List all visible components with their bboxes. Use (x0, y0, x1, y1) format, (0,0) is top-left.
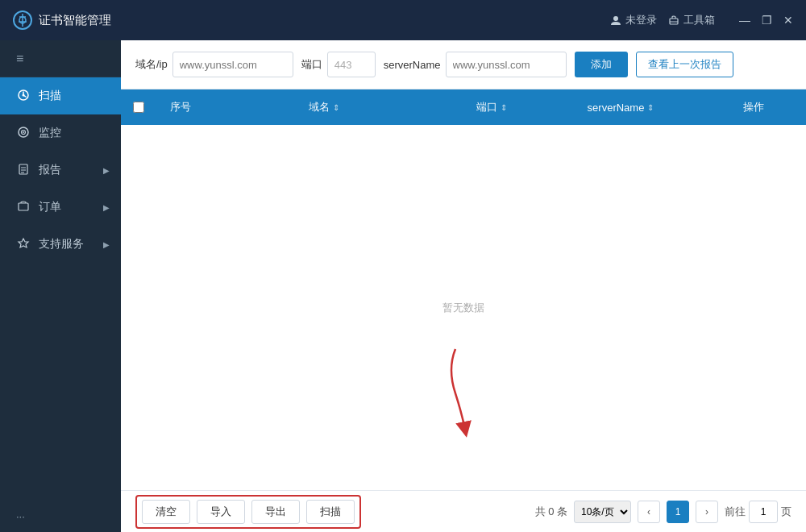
prev-page-button[interactable]: ‹ (638, 501, 660, 523)
sidebar-item-scan-label: 扫描 (39, 89, 61, 103)
bottom-buttons-group: 清空 导入 导出 扫描 (135, 495, 361, 529)
sidebar: ≡ 扫描 监控 报告 ▶ 订单 ▶ (0, 40, 121, 532)
right-controls: 未登录 工具箱 — ❐ ✕ (610, 13, 793, 27)
view-report-button[interactable]: 查看上一次报告 (636, 52, 733, 77)
goto-label: 前往 (725, 505, 746, 519)
sidebar-item-monitor[interactable]: 监控 (0, 114, 121, 152)
app-title: 证书智能管理 (39, 13, 111, 28)
domain-label: 域名/ip (135, 57, 168, 72)
toolbox-icon (668, 15, 679, 26)
header-checkbox-cell[interactable] (121, 102, 156, 113)
arrow-down-icon (431, 345, 496, 442)
scan-icon (16, 89, 31, 104)
th-port[interactable]: 端口 ⇕ (443, 100, 540, 114)
goto-input[interactable] (749, 501, 778, 523)
main-layout: ≡ 扫描 监控 报告 ▶ 订单 ▶ (0, 40, 806, 532)
svg-rect-14 (19, 203, 28, 210)
user-icon (610, 15, 621, 26)
next-page-button[interactable]: › (696, 501, 718, 523)
content-area: 域名/ip 端口 serverName 添加 查看上一次报告 (121, 40, 806, 532)
minimize-button[interactable]: — (739, 15, 750, 26)
server-label: serverName (384, 59, 441, 71)
page-size-select[interactable]: 10条/页 20条/页 50条/页 (574, 501, 631, 523)
close-button[interactable]: ✕ (783, 15, 793, 26)
order-icon (16, 200, 31, 215)
import-button[interactable]: 导入 (197, 500, 245, 524)
svg-point-6 (23, 94, 25, 96)
report-icon (16, 163, 31, 178)
port-field-group: 端口 (301, 52, 376, 77)
select-all-checkbox[interactable] (133, 102, 144, 113)
th-seq: 序号 (156, 100, 205, 114)
arrow-annotation (431, 345, 496, 442)
th-domain[interactable]: 域名 ⇕ (205, 100, 443, 114)
domain-sort-icon: ⇕ (333, 103, 339, 112)
sidebar-item-report-label: 报告 (39, 163, 61, 177)
logo-area: 证书智能管理 (13, 10, 111, 30)
scan-button[interactable]: 扫描 (306, 500, 355, 524)
th-server[interactable]: serverName ⇕ (540, 102, 701, 114)
prev-icon: ‹ (647, 506, 650, 517)
monitor-icon (16, 126, 31, 141)
th-action: 操作 (701, 100, 806, 114)
titlebar: 证书智能管理 未登录 工具箱 — ❐ ✕ (0, 0, 806, 40)
domain-input[interactable] (172, 52, 293, 77)
export-button[interactable]: 导出 (251, 500, 300, 524)
sidebar-item-order-label: 订单 (39, 200, 61, 214)
port-label: 端口 (301, 57, 322, 72)
table-header: 序号 域名 ⇕ 端口 ⇕ serverName ⇕ 操作 (121, 89, 806, 125)
menu-toggle[interactable]: ≡ (0, 40, 121, 77)
maximize-button[interactable]: ❐ (762, 15, 772, 26)
empty-text: 暂无数据 (442, 301, 484, 315)
support-arrow-icon: ▶ (103, 240, 110, 249)
support-icon (16, 237, 31, 252)
toolbox-area[interactable]: 工具箱 (668, 13, 715, 27)
server-input[interactable] (446, 52, 567, 77)
total-label: 共 0 条 (535, 505, 567, 519)
report-arrow-icon: ▶ (103, 166, 110, 175)
svg-point-9 (23, 131, 24, 133)
more-label: ··· (16, 510, 25, 522)
toolbar: 域名/ip 端口 serverName 添加 查看上一次报告 (121, 40, 806, 89)
table-area: 序号 域名 ⇕ 端口 ⇕ serverName ⇕ 操作 (121, 89, 806, 490)
current-page: 1 (667, 501, 689, 523)
order-arrow-icon: ▶ (103, 203, 110, 212)
goto-page-area: 前往 页 (725, 501, 791, 523)
sidebar-item-support-label: 支持服务 (39, 237, 84, 251)
user-label: 未登录 (625, 13, 657, 27)
domain-field-group: 域名/ip (135, 52, 293, 77)
server-sort-icon: ⇕ (647, 103, 654, 112)
pagination-area: 共 0 条 10条/页 20条/页 50条/页 ‹ 1 › 前往 页 (535, 501, 791, 523)
bottom-bar: 清空 导入 导出 扫描 共 0 条 10条/页 20条/页 50条/页 ‹ 1 … (121, 490, 806, 532)
sidebar-item-monitor-label: 监控 (39, 126, 61, 140)
add-button[interactable]: 添加 (575, 52, 628, 77)
sidebar-item-order[interactable]: 订单 ▶ (0, 189, 121, 226)
svg-point-2 (613, 16, 618, 21)
server-field-group: serverName (384, 52, 567, 77)
sidebar-item-report[interactable]: 报告 ▶ (0, 152, 121, 189)
sidebar-item-scan[interactable]: 扫描 (0, 77, 121, 114)
port-input[interactable] (327, 52, 376, 77)
user-area[interactable]: 未登录 (610, 13, 657, 27)
next-icon: › (705, 506, 708, 517)
window-controls: — ❐ ✕ (739, 15, 793, 26)
logo-icon (13, 10, 32, 30)
goto-unit: 页 (781, 505, 791, 519)
sidebar-item-support[interactable]: 支持服务 ▶ (0, 226, 121, 263)
table-body: 暂无数据 (121, 125, 806, 490)
sidebar-bottom-more[interactable]: ··· (0, 501, 121, 532)
hamburger-icon: ≡ (16, 52, 23, 66)
port-sort-icon: ⇕ (501, 103, 507, 112)
toolbox-label: 工具箱 (683, 13, 715, 27)
clear-button[interactable]: 清空 (142, 500, 190, 524)
